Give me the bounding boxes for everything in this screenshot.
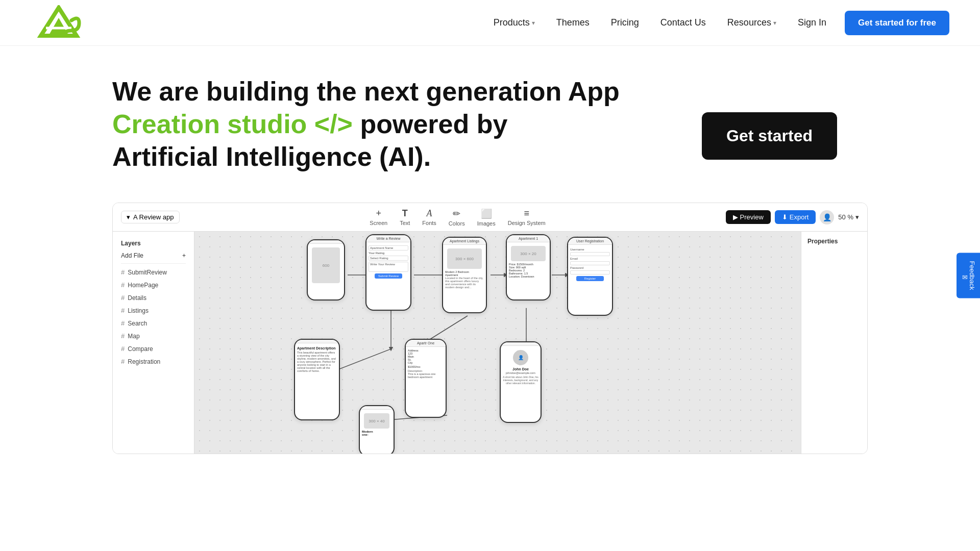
hash-icon: # — [121, 319, 125, 327]
phone-title-user-reg: User Registration — [568, 238, 612, 245]
preview-label: Preview — [740, 213, 764, 221]
phone-body-write-review: Apartment Name Your Rating Select Rating… — [366, 242, 410, 282]
tool-colors[interactable]: ✏ Colors — [449, 208, 465, 227]
design-system-tool-label: Design System — [508, 220, 546, 226]
screen-apt-listings[interactable]: Apartment Listings 300 × 600 Modern 2 Be… — [442, 237, 487, 313]
app-name-label: A Review app — [133, 213, 174, 221]
screen-apt-description[interactable]: Apartment Description This beautiful apa… — [294, 339, 340, 420]
nav-cta-button[interactable]: Get started for free — [845, 11, 949, 35]
tool-screen[interactable]: + Screen — [370, 208, 387, 226]
layer-label: Registration — [128, 358, 160, 365]
user-avatar[interactable]: 👤 — [820, 210, 834, 224]
phone-title-apt1: Apartment 1 — [507, 235, 550, 242]
tool-design-system[interactable]: ≡ Design System — [508, 208, 546, 226]
layer-label: Map — [128, 333, 139, 340]
listing-placeholder: 300 × 600 — [447, 248, 482, 269]
nav-themes[interactable]: Themes — [548, 13, 598, 32]
zoom-control[interactable]: 50 % ▾ — [838, 213, 859, 221]
screen-john-doe[interactable]: 👤 John Doe johndoe@example.com A short b… — [500, 341, 542, 423]
screen-apt-1[interactable]: Apartment 1 300 × 20 Price: $1500/monthS… — [506, 234, 551, 300]
logo[interactable] — [31, 5, 87, 41]
layer-map[interactable]: # Map — [113, 330, 194, 342]
hash-icon: # — [121, 345, 125, 353]
apt-desc-text: This beautiful apartment offers a stunni… — [297, 351, 337, 372]
hero-line1: We are building the next generation App — [112, 77, 949, 107]
nav-signin[interactable]: Sign In — [790, 13, 835, 32]
layer-search[interactable]: # Search — [113, 317, 194, 330]
modern-title: Modernone- — [362, 430, 391, 436]
toolbar-center: + Screen T Text A Fonts ✏ Colors ⬜ Image… — [190, 208, 726, 227]
add-file-plus-icon: + — [182, 252, 186, 259]
submit-review-btn[interactable]: Submit Review — [375, 273, 403, 279]
images-tool-label: Images — [477, 220, 496, 227]
phone-title-bar — [308, 240, 344, 244]
your-rating-label: Your Rating — [369, 252, 408, 255]
preview-button[interactable]: ▶ Preview — [726, 210, 771, 224]
username-label: Username — [570, 248, 610, 251]
phone-body-apartr: Address:123MainSt,City $1000/mo Descript… — [406, 347, 446, 381]
toolbar-right: ▶ Preview ⬇ Export 👤 50 % ▾ — [726, 210, 859, 224]
apartr-address: Address:123MainSt,City — [408, 349, 444, 364]
avatar-circle: 👤 — [513, 350, 528, 365]
phone-body-apt-listings: 300 × 600 Modern 2 BedroomApartmentLocat… — [443, 245, 486, 292]
hero-section: We are building the next generation App … — [0, 46, 980, 192]
layer-details[interactable]: # Details — [113, 291, 194, 304]
tool-fonts[interactable]: A Fonts — [422, 208, 436, 226]
nav-products[interactable]: Products ▾ — [485, 13, 543, 32]
studio-toolbar: ▾ A Review app + Screen T Text A Fonts ✏… — [113, 203, 867, 232]
layer-label: Search — [128, 320, 147, 327]
password-label: Password — [570, 266, 610, 269]
password-field[interactable] — [570, 270, 610, 274]
studio-canvas[interactable]: 600 Write a Review Apartment Name Your R… — [194, 232, 801, 454]
nav-resources[interactable]: Resources ▾ — [719, 13, 785, 32]
layer-submit-review[interactable]: # SubmitReview — [113, 266, 194, 279]
hash-icon: # — [121, 268, 125, 276]
tool-images[interactable]: ⬜ Images — [477, 208, 496, 227]
apt-name-field: Apartment Name — [369, 245, 408, 251]
tool-text[interactable]: T Text — [400, 208, 410, 226]
placeholder-box: 600 — [312, 247, 340, 283]
feedback-tab[interactable]: Feedback ✉ — [957, 253, 980, 298]
screen-apartr-one[interactable]: Apartr One Address:123MainSt,City $1000/… — [405, 339, 447, 418]
hero-get-started-button[interactable]: Get started — [702, 112, 837, 160]
phone-title-apartr: Apartr One — [406, 340, 446, 347]
export-button[interactable]: ⬇ Export — [775, 210, 816, 224]
layer-label: Compare — [128, 345, 153, 353]
play-icon: ▶ — [733, 213, 738, 221]
screen-modern-one[interactable]: 300 × 40 Modernone- — [359, 405, 395, 454]
layer-label: Details — [128, 294, 146, 302]
nav-contact[interactable]: Contact Us — [652, 13, 714, 32]
studio-container: ▾ A Review app + Screen T Text A Fonts ✏… — [112, 203, 868, 454]
phone-body-modern: 300 × 40 Modernone- — [360, 410, 394, 438]
products-dropdown-arrow: ▾ — [532, 19, 535, 27]
apartr-desc: Description:This is a spacious one bedro… — [408, 369, 444, 379]
colors-icon: ✏ — [453, 208, 460, 219]
screen-tool-label: Screen — [370, 220, 387, 226]
dropdown-arrow-icon: ▾ — [127, 213, 130, 221]
screen-submit-review-placeholder[interactable]: 600 — [307, 239, 345, 300]
sidebar-divider — [121, 263, 186, 264]
phone-title-apt-listings: Apartment Listings — [443, 238, 486, 245]
nav-pricing[interactable]: Pricing — [603, 13, 647, 32]
select-rating-field: Select Rating — [369, 256, 408, 261]
john-doe-email: johndoe@example.com — [503, 371, 538, 374]
layer-label: HomePage — [128, 282, 158, 289]
layer-homepage[interactable]: # HomePage — [113, 279, 194, 291]
hero-powered-by: powered by — [360, 109, 507, 139]
email-field[interactable] — [570, 261, 610, 265]
screen-write-review[interactable]: Write a Review Apartment Name Your Ratin… — [365, 234, 411, 311]
app-dropdown[interactable]: ▾ A Review app — [121, 211, 180, 223]
add-file-button[interactable]: Add File + — [113, 250, 194, 261]
phone-title-apt-desc — [295, 340, 339, 343]
navbar: Products ▾ Themes Pricing Contact Us Res… — [0, 0, 980, 46]
feedback-icon: ✉ — [961, 265, 968, 290]
layer-registration[interactable]: # Registration — [113, 355, 194, 368]
nav-links: Products ▾ Themes Pricing Contact Us Res… — [485, 11, 949, 35]
hash-icon: # — [121, 332, 125, 340]
layer-listings[interactable]: # Listings — [113, 304, 194, 317]
register-btn[interactable]: Register — [576, 276, 604, 281]
username-field[interactable] — [570, 252, 610, 256]
screen-user-registration[interactable]: User Registration Username Email Passwor… — [567, 237, 613, 316]
layer-compare[interactable]: # Compare — [113, 342, 194, 355]
svg-line-9 — [427, 316, 468, 341]
